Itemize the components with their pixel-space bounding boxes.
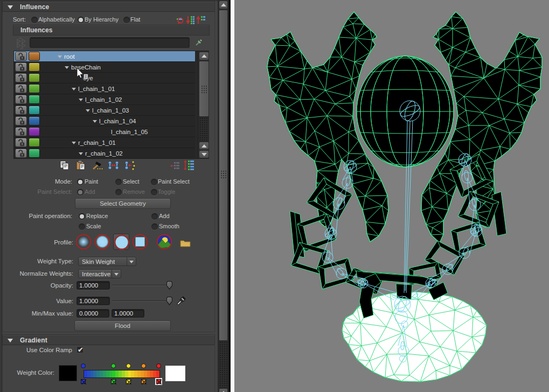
influence-lock-button[interactable] bbox=[15, 52, 27, 61]
browse-brush-folder-icon[interactable] bbox=[180, 239, 191, 247]
mode-radio-1[interactable] bbox=[115, 179, 122, 185]
mode-radio-0[interactable] bbox=[77, 179, 84, 185]
influence-lock-button[interactable] bbox=[15, 84, 27, 93]
panel-scroll-bottom-button[interactable] bbox=[219, 388, 228, 392]
influence-color-swatch[interactable] bbox=[29, 73, 40, 82]
ramp-stop-delete-1[interactable] bbox=[111, 379, 116, 384]
influence-row-r_chain_1_01[interactable]: r_chain_1_01 bbox=[14, 137, 195, 148]
sort-radio-2[interactable] bbox=[123, 17, 130, 23]
panel-scroll-up-button[interactable] bbox=[219, 1, 228, 9]
selected-ramp-color-swatch[interactable] bbox=[165, 366, 185, 381]
expand-arrow-icon[interactable] bbox=[93, 120, 97, 123]
paste-weights-icon[interactable] bbox=[76, 160, 85, 170]
color-ramp-bar[interactable] bbox=[84, 370, 160, 378]
ramp-stop-delete-3[interactable] bbox=[141, 379, 146, 384]
ramp-stop-delete-2[interactable] bbox=[126, 379, 131, 384]
panel-scroll-thumb[interactable] bbox=[219, 10, 228, 341]
opacity-field[interactable] bbox=[77, 281, 110, 290]
influence-section-header[interactable]: Influence bbox=[2, 1, 215, 12]
influence-filter-icon[interactable] bbox=[16, 37, 26, 49]
influence-lock-button[interactable] bbox=[15, 116, 27, 125]
value-slider[interactable] bbox=[112, 297, 172, 305]
influence-lock-button[interactable] bbox=[15, 73, 27, 82]
brush-soft-button[interactable] bbox=[94, 234, 110, 250]
influence-row-l_chain_1_04[interactable]: l_chain_1_04 bbox=[14, 116, 195, 127]
brush-solid-button[interactable] bbox=[113, 234, 129, 250]
ramp-stop-delete-4[interactable] bbox=[156, 379, 161, 384]
influence-row-l_chain_1_01[interactable]: l_chain_1_01 bbox=[14, 83, 195, 94]
sort-influences-down-icon[interactable] bbox=[186, 16, 194, 24]
brush-gaussian-button[interactable] bbox=[75, 234, 92, 250]
list-scroll-down-button[interactable] bbox=[199, 150, 209, 158]
pop-radio-1[interactable] bbox=[151, 213, 158, 220]
move-weights-icon[interactable] bbox=[108, 161, 119, 170]
expand-arrow-icon[interactable] bbox=[58, 55, 62, 58]
influence-list[interactable]: rootbaseChaineyel_chain_1_01l_chain_1_02… bbox=[13, 51, 209, 159]
expand-arrow-icon[interactable] bbox=[72, 142, 76, 144]
influence-lock-button[interactable] bbox=[15, 62, 27, 72]
influence-row-l_chain_1_05[interactable]: l_chain_1_05 bbox=[14, 127, 195, 137]
eyedropper-icon[interactable] bbox=[177, 296, 186, 305]
influence-filter-input[interactable] bbox=[30, 37, 190, 48]
influence-row-baseChain[interactable]: baseChain bbox=[14, 62, 195, 73]
panel-scroll-track[interactable] bbox=[219, 341, 228, 388]
expand-influence-list-icon[interactable] bbox=[184, 160, 194, 170]
max-value-field[interactable] bbox=[112, 309, 144, 318]
ramp-stop-handle-1[interactable] bbox=[111, 363, 116, 368]
influence-color-swatch[interactable] bbox=[29, 52, 40, 61]
swap-weights-icon[interactable] bbox=[124, 161, 136, 170]
pop-radio-2[interactable] bbox=[79, 223, 85, 230]
ramp-stop-handle-4[interactable] bbox=[156, 363, 161, 368]
list-scroll-up-button-2[interactable] bbox=[199, 142, 209, 150]
flood-button[interactable]: Flood bbox=[74, 320, 171, 331]
value-field[interactable] bbox=[77, 297, 110, 305]
influence-lock-button[interactable] bbox=[15, 127, 27, 136]
influence-color-swatch[interactable] bbox=[29, 62, 40, 72]
expand-arrow-icon[interactable] bbox=[72, 88, 76, 90]
expand-arrow-icon[interactable] bbox=[79, 99, 83, 101]
psel-radio-1[interactable] bbox=[115, 189, 122, 195]
influence-row-r_chain_1_02[interactable]: r_chain_1_02 bbox=[14, 148, 195, 159]
weight-type-dropdown[interactable]: Skin Weight bbox=[78, 257, 136, 266]
refresh-influence-list-icon[interactable] bbox=[177, 16, 184, 24]
ramp-stop-delete-0[interactable] bbox=[81, 379, 86, 384]
ramp-stop-handle-3[interactable] bbox=[141, 363, 146, 368]
ramp-stop-handle-0[interactable] bbox=[81, 363, 86, 368]
viewport-3d-panel[interactable] bbox=[234, 0, 549, 392]
current-weight-color-swatch[interactable] bbox=[59, 365, 77, 381]
list-scroll-track[interactable] bbox=[199, 117, 209, 142]
list-scroll-thumb[interactable] bbox=[199, 61, 209, 117]
expand-arrow-icon[interactable] bbox=[79, 152, 83, 155]
prune-influences-icon[interactable] bbox=[170, 162, 180, 169]
use-color-ramp-checkbox[interactable]: ✔ bbox=[77, 346, 84, 353]
influence-lock-button[interactable] bbox=[15, 106, 27, 115]
expand-arrow-icon[interactable] bbox=[86, 109, 90, 112]
opacity-slider-handle[interactable] bbox=[166, 281, 172, 290]
normalize-weights-dropdown[interactable]: Interactive bbox=[78, 269, 121, 278]
gradient-section-header[interactable]: Gradient bbox=[2, 334, 215, 345]
ramp-stop-handle-2[interactable] bbox=[126, 363, 131, 368]
sort-influences-up-icon[interactable] bbox=[197, 16, 205, 24]
min-value-field[interactable] bbox=[77, 309, 109, 318]
influence-row-root[interactable]: root bbox=[14, 51, 195, 62]
influence-color-swatch[interactable] bbox=[29, 149, 40, 158]
mode-radio-2[interactable] bbox=[151, 179, 157, 185]
pop-radio-3[interactable] bbox=[151, 223, 158, 230]
influence-lock-button[interactable] bbox=[15, 95, 27, 104]
hammer-weights-icon[interactable] bbox=[92, 161, 103, 170]
influence-row-l_chain_1_02[interactable]: l_chain_1_02 bbox=[14, 94, 195, 105]
psel-radio-2[interactable] bbox=[151, 189, 157, 195]
normalize-weights-dropdown-arrow[interactable] bbox=[112, 270, 121, 278]
influence-list-scrollbar[interactable] bbox=[198, 51, 209, 159]
viewport-canvas[interactable] bbox=[234, 0, 549, 392]
influence-color-swatch[interactable] bbox=[29, 84, 40, 93]
opacity-slider[interactable] bbox=[112, 281, 172, 290]
value-slider-handle[interactable] bbox=[166, 297, 172, 305]
brush-square-button[interactable] bbox=[132, 234, 148, 250]
weight-type-dropdown-arrow[interactable] bbox=[127, 257, 136, 265]
influence-row-eye[interactable]: eye bbox=[14, 73, 195, 83]
influence-color-swatch[interactable] bbox=[29, 95, 40, 104]
psel-radio-0[interactable] bbox=[77, 189, 84, 195]
copy-weights-icon[interactable] bbox=[60, 160, 69, 170]
pop-radio-0[interactable] bbox=[79, 213, 85, 220]
